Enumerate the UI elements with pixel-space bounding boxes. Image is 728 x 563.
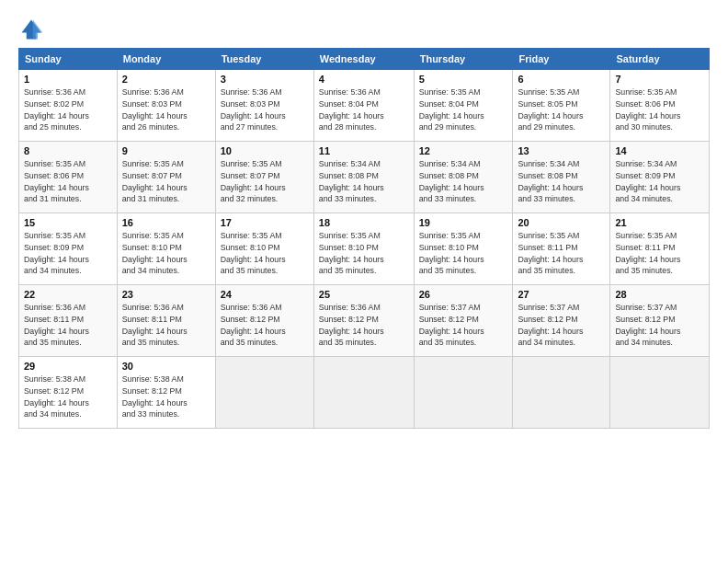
calendar-cell: 17Sunrise: 5:35 AMSunset: 8:10 PMDayligh… (215, 213, 313, 285)
day-number: 4 (319, 74, 409, 85)
day-number: 3 (221, 74, 309, 85)
day-number: 27 (518, 289, 605, 300)
day-info: Sunrise: 5:35 AMSunset: 8:07 PMDaylight:… (122, 158, 210, 205)
calendar-cell: 23Sunrise: 5:36 AMSunset: 8:11 PMDayligh… (117, 285, 215, 357)
day-info: Sunrise: 5:36 AMSunset: 8:11 PMDaylight:… (24, 302, 112, 349)
day-number: 29 (24, 361, 112, 372)
header-cell: Wednesday (313, 49, 414, 70)
calendar-cell: 21Sunrise: 5:35 AMSunset: 8:11 PMDayligh… (610, 213, 710, 285)
calendar-cell (414, 357, 513, 429)
calendar-cell: 24Sunrise: 5:36 AMSunset: 8:12 PMDayligh… (215, 285, 313, 357)
day-number: 10 (221, 145, 309, 156)
calendar-cell: 1Sunrise: 5:36 AMSunset: 8:02 PMDaylight… (19, 70, 118, 142)
calendar-cell: 11Sunrise: 5:34 AMSunset: 8:08 PMDayligh… (313, 142, 414, 213)
day-info: Sunrise: 5:35 AMSunset: 8:07 PMDaylight:… (221, 158, 309, 205)
day-info: Sunrise: 5:35 AMSunset: 8:10 PMDaylight:… (319, 230, 409, 277)
day-number: 7 (615, 74, 704, 85)
day-info: Sunrise: 5:36 AMSunset: 8:03 PMDaylight:… (221, 86, 309, 133)
day-info: Sunrise: 5:36 AMSunset: 8:12 PMDaylight:… (319, 302, 409, 349)
calendar-cell: 5Sunrise: 5:35 AMSunset: 8:04 PMDaylight… (414, 70, 513, 142)
day-number: 11 (319, 145, 409, 156)
day-info: Sunrise: 5:34 AMSunset: 8:08 PMDaylight:… (518, 158, 605, 205)
calendar-week-row: 8Sunrise: 5:35 AMSunset: 8:06 PMDaylight… (19, 142, 710, 213)
day-info: Sunrise: 5:37 AMSunset: 8:12 PMDaylight:… (419, 302, 508, 349)
day-number: 2 (122, 74, 210, 85)
calendar-cell: 6Sunrise: 5:35 AMSunset: 8:05 PMDaylight… (513, 70, 610, 142)
day-number: 6 (518, 74, 605, 85)
day-info: Sunrise: 5:35 AMSunset: 8:09 PMDaylight:… (24, 230, 112, 277)
calendar-cell: 27Sunrise: 5:37 AMSunset: 8:12 PMDayligh… (513, 285, 610, 357)
day-number: 25 (319, 289, 409, 300)
calendar-cell: 3Sunrise: 5:36 AMSunset: 8:03 PMDaylight… (215, 70, 313, 142)
calendar-cell: 29Sunrise: 5:38 AMSunset: 8:12 PMDayligh… (19, 357, 118, 429)
day-number: 17 (221, 217, 309, 228)
calendar-cell (313, 357, 414, 429)
day-info: Sunrise: 5:36 AMSunset: 8:11 PMDaylight:… (122, 302, 210, 349)
calendar-cell (610, 357, 710, 429)
day-info: Sunrise: 5:35 AMSunset: 8:10 PMDaylight:… (419, 230, 508, 277)
day-info: Sunrise: 5:34 AMSunset: 8:08 PMDaylight:… (419, 158, 508, 205)
day-info: Sunrise: 5:36 AMSunset: 8:02 PMDaylight:… (24, 86, 112, 133)
calendar-cell: 20Sunrise: 5:35 AMSunset: 8:11 PMDayligh… (513, 213, 610, 285)
calendar-cell: 4Sunrise: 5:36 AMSunset: 8:04 PMDaylight… (313, 70, 414, 142)
page: SundayMondayTuesdayWednesdayThursdayFrid… (0, 0, 728, 563)
calendar-week-row: 22Sunrise: 5:36 AMSunset: 8:11 PMDayligh… (19, 285, 710, 357)
day-number: 26 (419, 289, 508, 300)
calendar-cell: 28Sunrise: 5:37 AMSunset: 8:12 PMDayligh… (610, 285, 710, 357)
calendar-cell: 8Sunrise: 5:35 AMSunset: 8:06 PMDaylight… (19, 142, 118, 213)
day-info: Sunrise: 5:35 AMSunset: 8:11 PMDaylight:… (615, 230, 704, 277)
calendar-cell: 9Sunrise: 5:35 AMSunset: 8:07 PMDaylight… (117, 142, 215, 213)
day-number: 15 (24, 217, 112, 228)
day-number: 20 (518, 217, 605, 228)
header (18, 17, 710, 42)
calendar-cell: 13Sunrise: 5:34 AMSunset: 8:08 PMDayligh… (513, 142, 610, 213)
calendar-week-row: 29Sunrise: 5:38 AMSunset: 8:12 PMDayligh… (19, 357, 710, 429)
calendar-cell: 12Sunrise: 5:34 AMSunset: 8:08 PMDayligh… (414, 142, 513, 213)
day-info: Sunrise: 5:38 AMSunset: 8:12 PMDaylight:… (24, 373, 112, 420)
day-info: Sunrise: 5:36 AMSunset: 8:04 PMDaylight:… (319, 86, 409, 133)
calendar-cell: 10Sunrise: 5:35 AMSunset: 8:07 PMDayligh… (215, 142, 313, 213)
calendar-cell: 26Sunrise: 5:37 AMSunset: 8:12 PMDayligh… (414, 285, 513, 357)
day-info: Sunrise: 5:37 AMSunset: 8:12 PMDaylight:… (615, 302, 704, 349)
header-row: SundayMondayTuesdayWednesdayThursdayFrid… (19, 49, 710, 70)
day-info: Sunrise: 5:35 AMSunset: 8:04 PMDaylight:… (419, 86, 508, 133)
day-info: Sunrise: 5:34 AMSunset: 8:09 PMDaylight:… (615, 158, 704, 205)
day-number: 12 (419, 145, 508, 156)
day-number: 24 (221, 289, 309, 300)
calendar-cell: 19Sunrise: 5:35 AMSunset: 8:10 PMDayligh… (414, 213, 513, 285)
header-cell: Tuesday (215, 49, 313, 70)
day-number: 14 (615, 145, 704, 156)
calendar-cell: 14Sunrise: 5:34 AMSunset: 8:09 PMDayligh… (610, 142, 710, 213)
calendar-cell (215, 357, 313, 429)
day-number: 1 (24, 74, 112, 85)
day-info: Sunrise: 5:35 AMSunset: 8:06 PMDaylight:… (24, 158, 112, 205)
calendar-cell: 2Sunrise: 5:36 AMSunset: 8:03 PMDaylight… (117, 70, 215, 142)
day-info: Sunrise: 5:35 AMSunset: 8:10 PMDaylight:… (221, 230, 309, 277)
logo-icon (18, 17, 44, 42)
day-info: Sunrise: 5:36 AMSunset: 8:03 PMDaylight:… (122, 86, 210, 133)
calendar-week-row: 1Sunrise: 5:36 AMSunset: 8:02 PMDaylight… (19, 70, 710, 142)
day-info: Sunrise: 5:35 AMSunset: 8:06 PMDaylight:… (615, 86, 704, 133)
header-cell: Sunday (19, 49, 118, 70)
day-info: Sunrise: 5:38 AMSunset: 8:12 PMDaylight:… (122, 373, 210, 420)
day-number: 8 (24, 145, 112, 156)
calendar-cell: 7Sunrise: 5:35 AMSunset: 8:06 PMDaylight… (610, 70, 710, 142)
day-info: Sunrise: 5:35 AMSunset: 8:10 PMDaylight:… (122, 230, 210, 277)
header-cell: Saturday (610, 49, 710, 70)
calendar-cell: 18Sunrise: 5:35 AMSunset: 8:10 PMDayligh… (313, 213, 414, 285)
day-number: 28 (615, 289, 704, 300)
day-info: Sunrise: 5:36 AMSunset: 8:12 PMDaylight:… (221, 302, 309, 349)
calendar-cell: 22Sunrise: 5:36 AMSunset: 8:11 PMDayligh… (19, 285, 118, 357)
day-number: 9 (122, 145, 210, 156)
day-info: Sunrise: 5:35 AMSunset: 8:05 PMDaylight:… (518, 86, 605, 133)
day-number: 18 (319, 217, 409, 228)
header-cell: Friday (513, 49, 610, 70)
calendar-week-row: 15Sunrise: 5:35 AMSunset: 8:09 PMDayligh… (19, 213, 710, 285)
calendar-cell: 25Sunrise: 5:36 AMSunset: 8:12 PMDayligh… (313, 285, 414, 357)
header-cell: Monday (117, 49, 215, 70)
day-number: 23 (122, 289, 210, 300)
day-info: Sunrise: 5:35 AMSunset: 8:11 PMDaylight:… (518, 230, 605, 277)
calendar-cell (513, 357, 610, 429)
calendar-table: SundayMondayTuesdayWednesdayThursdayFrid… (18, 48, 710, 429)
calendar-cell: 16Sunrise: 5:35 AMSunset: 8:10 PMDayligh… (117, 213, 215, 285)
